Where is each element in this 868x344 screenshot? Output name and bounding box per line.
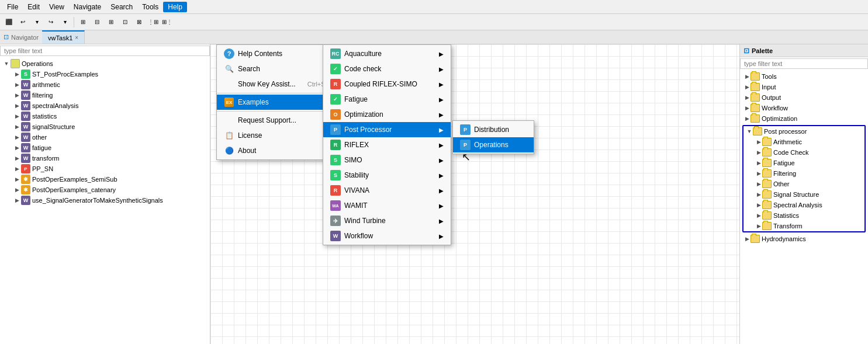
submenu-fatigue[interactable]: ✓ Fatigue ▶ xyxy=(323,92,451,107)
vwtask1-tab[interactable]: vwTask1 × xyxy=(42,30,85,44)
input-folder-icon xyxy=(751,83,760,91)
palette-statistics[interactable]: ▶ Statistics xyxy=(753,210,864,221)
palette-fatigue[interactable]: ▶ Fatigue xyxy=(753,158,864,168)
tree-operations[interactable]: ▼ Operations xyxy=(1,58,209,69)
toolbar-redo[interactable]: ↪ xyxy=(44,16,57,29)
tree-filtering[interactable]: ▶ W filtering xyxy=(12,90,209,100)
tree-post-cat[interactable]: ▶ ✱ PostOperExamples_catenary xyxy=(12,185,209,195)
workflow-folder-icon xyxy=(751,104,760,112)
palette-code-check[interactable]: ▶ Code Check xyxy=(753,147,864,158)
examples-icon: EX xyxy=(224,97,234,107)
label-spectral: spectralAnalysis xyxy=(32,102,78,109)
arrow-signal: ▶ xyxy=(13,124,21,130)
toolbar-undo[interactable]: ↩ xyxy=(16,16,29,29)
toolbar-btn2[interactable]: ⊟ xyxy=(91,16,103,29)
label-post-semi: PostOperExamples_SemiSub xyxy=(32,176,117,183)
submenu-optimization[interactable]: O Optimization ▶ xyxy=(323,107,451,122)
filtering-p-label: Filtering xyxy=(773,170,796,177)
tree-other[interactable]: ▶ W other xyxy=(12,132,209,143)
tabbar: ⊡ Navigator vwTask1 × xyxy=(0,30,868,44)
palette-arithmetic[interactable]: ▶ Arithmetic xyxy=(753,137,864,147)
label-post-cat: PostOperExamples_catenary xyxy=(32,186,116,193)
workflow-label: Workflow xyxy=(344,232,373,240)
toolbar-btn4[interactable]: ⊡ xyxy=(119,16,132,29)
submenu-coupled[interactable]: R Coupled RIFLEX-SIMO ▶ xyxy=(323,77,451,92)
label-st: ST_PostProcExamples xyxy=(32,71,98,78)
menu-search[interactable]: Search xyxy=(106,2,137,12)
navigator-filter[interactable] xyxy=(0,46,210,56)
menu-edit[interactable]: Edit xyxy=(23,2,44,12)
tree-transform[interactable]: ▶ W transform xyxy=(12,153,209,164)
transform-folder-icon xyxy=(762,222,772,230)
toolbar-btn3[interactable]: ⊞ xyxy=(105,16,117,29)
palette-spectral[interactable]: ▶ Spectral Analysis xyxy=(753,200,864,210)
filtering-p-arrow: ▶ xyxy=(755,171,762,176)
menu-help[interactable]: Help xyxy=(163,2,187,12)
submenu3-distribution[interactable]: P Distribution xyxy=(453,122,534,137)
tab-close[interactable]: × xyxy=(75,34,78,41)
toolbar-btn5[interactable]: ⊠ xyxy=(133,16,146,29)
label-fatigue: fatigue xyxy=(32,144,51,151)
palette-output[interactable]: ▶ Output xyxy=(741,92,867,103)
coupled-icon: R xyxy=(330,79,341,89)
coupled-arrow: ▶ xyxy=(427,81,444,88)
submenu3-operations[interactable]: P Operations xyxy=(453,137,534,152)
tree-arithmetic[interactable]: ▶ W arithmetic xyxy=(12,79,209,90)
palette-transform[interactable]: ▶ Transform xyxy=(753,221,864,231)
icon-filtering: W xyxy=(21,91,30,100)
optimization-p-arrow: ▶ xyxy=(743,116,751,121)
menu-tools[interactable]: Tools xyxy=(137,2,163,12)
submenu-simo[interactable]: S SIMO ▶ xyxy=(323,152,451,168)
toolbar-btn6[interactable]: ⋮⊞ xyxy=(147,16,160,29)
submenu-riflex[interactable]: R RIFLEX ▶ xyxy=(323,137,451,152)
menu-navigate[interactable]: Navigate xyxy=(69,2,106,12)
palette-filtering[interactable]: ▶ Filtering xyxy=(753,168,864,179)
submenu-vivana[interactable]: R VIVANA ▶ xyxy=(323,183,451,198)
menu-view[interactable]: View xyxy=(44,2,69,12)
input-arrow: ▶ xyxy=(743,84,751,90)
operations-label: Operations xyxy=(474,141,509,149)
palette-other[interactable]: ▶ Other xyxy=(753,179,864,189)
palette-tools[interactable]: ▶ Tools xyxy=(741,71,867,82)
other-p-label: Other xyxy=(773,180,790,187)
icon-post-cat: ✱ xyxy=(21,185,30,194)
wamit-icon: WA xyxy=(330,200,341,211)
palette-optimization[interactable]: ▶ Optimization xyxy=(741,113,867,124)
toolbar-btn1[interactable]: ⊞ xyxy=(77,16,89,29)
palette-input[interactable]: ▶ Input xyxy=(741,82,867,92)
tree-pp-sn[interactable]: ▶ P PP_SN xyxy=(12,164,209,174)
tree-spectral[interactable]: ▶ W spectralAnalysis xyxy=(12,100,209,111)
fatigue-p-arrow: ▶ xyxy=(755,160,762,166)
folder-icon-operations xyxy=(11,59,20,68)
submenu-wamit[interactable]: WA WAMIT ▶ xyxy=(323,198,451,213)
palette-hydrodynamics[interactable]: ▶ Hydrodynamics xyxy=(741,234,867,244)
tree-st-post[interactable]: ▶ S ST_PostProcExamples xyxy=(12,69,209,79)
signal-structure-p-arrow: ▶ xyxy=(755,192,762,197)
hydro-label: Hydrodynamics xyxy=(762,235,806,242)
aquaculture-arrow: ▶ xyxy=(427,51,444,57)
arrow-fatigue: ▶ xyxy=(13,145,21,151)
submenu-wind-turbine[interactable]: ✈ Wind Turbine ▶ xyxy=(323,213,451,228)
examples-label: Examples xyxy=(238,98,269,106)
submenu-workflow[interactable]: W Workflow ▶ xyxy=(323,228,451,244)
palette-signal-structure[interactable]: ▶ Signal Structure xyxy=(753,189,864,200)
menu-file[interactable]: File xyxy=(2,2,23,12)
tree-post-semi[interactable]: ▶ ✱ PostOperExamples_SemiSub xyxy=(12,174,209,185)
tree-signal[interactable]: ▶ W signalStructure xyxy=(12,121,209,132)
palette-post-processor[interactable]: ▼ Post processor xyxy=(743,126,864,137)
toolbar-btn7[interactable]: ⊞⋮ xyxy=(161,16,174,29)
tree-fatigue[interactable]: ▶ W fatigue xyxy=(12,143,209,153)
toolbar-new[interactable]: ⬛ xyxy=(2,16,15,29)
navigator-tab-label: Navigator xyxy=(11,34,39,41)
submenu-stability[interactable]: S Stability ▶ xyxy=(323,168,451,183)
tree-statistics[interactable]: ▶ W statistics xyxy=(12,111,209,121)
submenu-aquaculture[interactable]: RC Aquaculture ▶ xyxy=(323,46,451,61)
wamit-label: WAMIT xyxy=(344,201,368,210)
stability-icon: S xyxy=(330,170,341,180)
license-icon: 📋 xyxy=(224,130,234,141)
submenu-post-processor[interactable]: P Post Processor ▶ xyxy=(323,122,451,137)
palette-workflow[interactable]: ▶ Workflow xyxy=(741,103,867,113)
submenu-code-check[interactable]: ✓ Code check ▶ xyxy=(323,61,451,77)
tree-use-signal[interactable]: ▶ W use_SignalGeneratorToMakeSyntheticSi… xyxy=(12,195,209,206)
palette-filter[interactable] xyxy=(740,58,868,69)
